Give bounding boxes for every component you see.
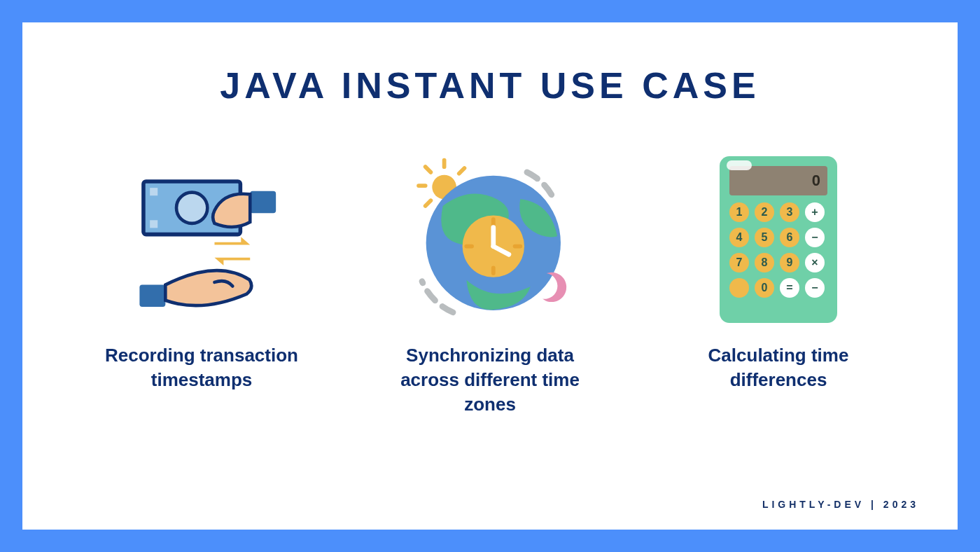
calc-key-9: 9 (780, 253, 799, 272)
use-case-timezones: Synchronizing data across different time… (360, 149, 620, 417)
use-case-difference: 0 123+456−789×0=− Calculating time diffe… (648, 149, 909, 417)
calc-key-1: 1 (729, 202, 749, 222)
svg-line-10 (459, 168, 465, 174)
use-case-caption: Calculating time differences (666, 343, 890, 392)
calc-key-3: 3 (780, 202, 799, 222)
svg-rect-4 (250, 191, 276, 213)
svg-line-9 (426, 167, 431, 172)
calc-key-−: − (805, 278, 825, 298)
calculator-icon: 0 123+456−789×0=− (687, 149, 869, 331)
calc-key-=: = (780, 278, 799, 298)
calc-key-×: × (805, 253, 825, 272)
slide-card: JAVA INSTANT USE CASE (22, 22, 958, 530)
use-case-transaction: Recording transaction timestamps (71, 149, 332, 417)
slide-title: JAVA INSTANT USE CASE (220, 64, 760, 106)
svg-point-1 (176, 193, 207, 223)
svg-rect-5 (139, 285, 165, 307)
calc-key-2: 2 (755, 202, 774, 222)
svg-rect-3 (150, 220, 158, 228)
calc-key-+: + (805, 202, 825, 222)
slide-footer: LIGHTLY-DEV | 2023 (762, 499, 919, 510)
calc-key-blank (729, 278, 749, 298)
svg-rect-2 (150, 188, 158, 195)
calculator-display: 0 (729, 166, 827, 195)
slide-frame: JAVA INSTANT USE CASE (0, 0, 980, 552)
use-case-caption: Synchronizing data across different time… (378, 343, 602, 417)
calc-key-5: 5 (755, 228, 774, 247)
use-case-row: Recording transaction timestamps (71, 149, 909, 417)
calc-key-6: 6 (780, 228, 799, 247)
calc-key-−: − (805, 228, 825, 247)
calc-key-4: 4 (729, 228, 749, 247)
globe-clock-icon (399, 149, 581, 331)
svg-line-11 (426, 200, 431, 206)
money-exchange-icon (111, 149, 293, 331)
calculator-keys: 123+456−789×0=− (729, 202, 827, 298)
use-case-caption: Recording transaction timestamps (90, 343, 314, 392)
calc-key-7: 7 (729, 253, 749, 272)
calc-key-0: 0 (755, 278, 774, 298)
calc-key-8: 8 (755, 253, 774, 272)
